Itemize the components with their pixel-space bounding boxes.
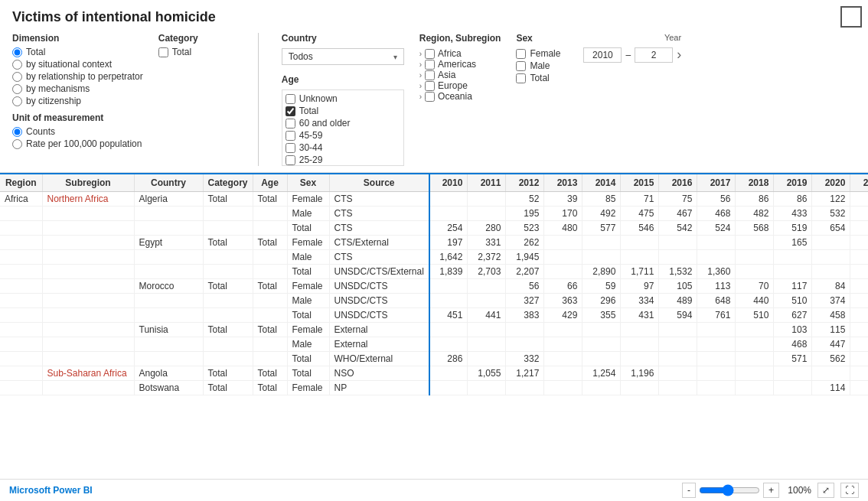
zoom-value: 100% bbox=[782, 485, 811, 496]
cell-2011: 2,372 bbox=[468, 250, 506, 265]
col-header-subregion: Subregion bbox=[42, 174, 134, 192]
region-item-africa[interactable]: ›Africa bbox=[419, 48, 501, 59]
cell-2019 bbox=[774, 250, 812, 265]
age-option-60older[interactable]: 60 and older bbox=[286, 118, 400, 129]
powerbi-link[interactable]: Microsoft Power BI bbox=[9, 485, 93, 496]
cell-source: CTS bbox=[329, 192, 429, 207]
cell-2013 bbox=[544, 236, 582, 250]
region-item-asia[interactable]: ›Asia bbox=[419, 70, 501, 80]
region-item-oceania[interactable]: ›Oceania bbox=[419, 91, 501, 102]
cell-2018 bbox=[736, 236, 774, 250]
cell-2021: 296 bbox=[850, 236, 868, 250]
cell-2020 bbox=[812, 250, 850, 265]
dimension-option-total[interactable]: Total bbox=[12, 47, 143, 57]
cell-2015: 71 bbox=[621, 192, 659, 207]
cell-2021 bbox=[850, 323, 868, 337]
country-filter-label: Country bbox=[282, 33, 404, 44]
cell-2020 bbox=[812, 366, 850, 381]
region-item-americas[interactable]: ›Americas bbox=[419, 59, 501, 70]
cell-2017: 761 bbox=[697, 308, 736, 323]
dimension-option-situational[interactable]: by situational context bbox=[12, 59, 143, 70]
fullscreen-icon[interactable]: ⛶ bbox=[840, 483, 859, 498]
col-header-2012: 2012 bbox=[506, 174, 544, 192]
cell-2012 bbox=[506, 337, 544, 352]
cell-2019 bbox=[774, 265, 812, 279]
cell-2010: 286 bbox=[429, 352, 468, 366]
cell-2010: 254 bbox=[429, 221, 468, 236]
cell-2014: 59 bbox=[582, 279, 621, 294]
col-header-category: Category bbox=[203, 174, 253, 192]
col-header-2021: 2021 bbox=[850, 174, 868, 192]
cell-2019: 468 bbox=[774, 337, 812, 352]
cell-category bbox=[203, 250, 253, 265]
cell-2014: 492 bbox=[582, 207, 621, 221]
cell-2017 bbox=[697, 337, 736, 352]
dropdown-arrow-icon: ▾ bbox=[393, 53, 397, 61]
cell-2014 bbox=[582, 236, 621, 250]
cell-2020: 654 bbox=[812, 221, 850, 236]
cell-2016: 75 bbox=[659, 192, 697, 207]
cell-subregion bbox=[42, 294, 134, 308]
table-row: Egypt Total Total Female CTS/External 19… bbox=[0, 236, 868, 250]
expand-icon[interactable]: ⤢ bbox=[817, 483, 834, 498]
dimension-option-citizenship[interactable]: by citizenship bbox=[12, 96, 143, 106]
cell-2014 bbox=[582, 337, 621, 352]
age-option-30-44[interactable]: 30-44 bbox=[286, 142, 400, 153]
table-row: Male CTS 195170492475467468482433532535 bbox=[0, 207, 868, 221]
age-option-total[interactable]: Total bbox=[286, 106, 400, 116]
table-row: Tunisia Total Total Female External 1031… bbox=[0, 323, 868, 337]
cell-subregion bbox=[42, 279, 134, 294]
cell-2016 bbox=[659, 323, 697, 337]
cell-2021: 695 bbox=[850, 221, 868, 236]
cell-2020: 374 bbox=[812, 294, 850, 308]
zoom-slider[interactable] bbox=[699, 484, 760, 496]
year-slider-arrow[interactable]: › bbox=[677, 47, 681, 63]
cell-source: NSO bbox=[329, 366, 429, 381]
country-value: Todos bbox=[289, 51, 313, 62]
unit-option-counts[interactable]: Counts bbox=[12, 126, 143, 137]
cell-age bbox=[253, 250, 287, 265]
sex-option-total[interactable]: Total bbox=[516, 73, 560, 83]
cell-2016: 467 bbox=[659, 207, 697, 221]
unit-option-rate[interactable]: Rate per 100,000 population bbox=[12, 138, 143, 149]
age-option-25-29[interactable]: 25-29 bbox=[286, 155, 400, 165]
year-end[interactable]: 2 bbox=[635, 47, 673, 63]
age-option-unknown[interactable]: Unknown bbox=[286, 93, 400, 104]
cell-2010: 1,839 bbox=[429, 265, 468, 279]
zoom-plus-button[interactable]: + bbox=[763, 483, 779, 498]
country-dropdown[interactable]: Todos ▾ bbox=[282, 48, 404, 65]
region-item-europe[interactable]: ›Europe bbox=[419, 80, 501, 91]
year-start[interactable]: 2010 bbox=[583, 47, 622, 63]
dimension-option-mechanisms[interactable]: by mechanisms bbox=[12, 83, 143, 94]
cell-2013 bbox=[544, 323, 582, 337]
cell-2017 bbox=[697, 381, 736, 395]
cell-subregion bbox=[42, 308, 134, 323]
cell-region: Africa bbox=[0, 192, 42, 207]
category-option-total[interactable]: Total bbox=[158, 47, 235, 57]
sex-option-male[interactable]: Male bbox=[516, 60, 560, 71]
dimension-option-relationship[interactable]: by relationship to perpetrator bbox=[12, 71, 143, 82]
cell-country: Botswana bbox=[134, 381, 203, 395]
table-row: Morocco Total Total Female UNSDC/CTS 566… bbox=[0, 279, 868, 294]
cell-category: Total bbox=[203, 279, 253, 294]
cell-category: Total bbox=[203, 323, 253, 337]
cell-region bbox=[0, 221, 42, 236]
cell-2021: 160 bbox=[850, 192, 868, 207]
cell-source: External bbox=[329, 337, 429, 352]
col-header-age: Age bbox=[253, 174, 287, 192]
sex-option-female[interactable]: Female bbox=[516, 48, 560, 59]
cell-age bbox=[253, 265, 287, 279]
category-label: Category bbox=[158, 33, 235, 44]
col-header-2020: 2020 bbox=[812, 174, 850, 192]
cell-2021 bbox=[850, 337, 868, 352]
zoom-minus-button[interactable]: - bbox=[682, 483, 696, 498]
cell-country: Angola bbox=[134, 366, 203, 381]
cell-2012: 332 bbox=[506, 352, 544, 366]
cell-age bbox=[253, 352, 287, 366]
col-header-country: Country bbox=[134, 174, 203, 192]
cell-sex: Female bbox=[287, 236, 329, 250]
age-option-45-59[interactable]: 45-59 bbox=[286, 130, 400, 141]
cell-subregion bbox=[42, 381, 134, 395]
controls-row: Dimension Totalby situational contextby … bbox=[12, 33, 856, 166]
data-table-container[interactable]: Region Subregion Country Category Age Se… bbox=[0, 173, 868, 479]
